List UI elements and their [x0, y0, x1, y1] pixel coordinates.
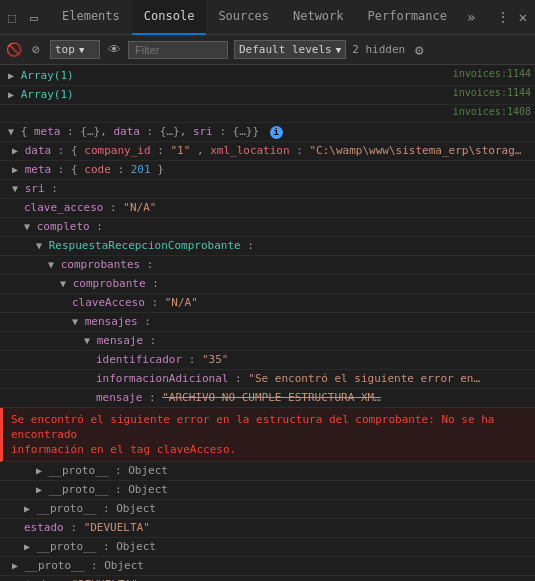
tab-sources[interactable]: Sources: [206, 0, 281, 35]
console-line[interactable]: clave_acceso : "N/A": [0, 199, 535, 218]
console-output: Array(1) invoices:1144 Array(1) invoices…: [0, 65, 535, 581]
tab-performance[interactable]: Performance: [356, 0, 459, 35]
filter-icon[interactable]: ⊘: [28, 42, 44, 58]
tab-bar-right: ⋮ ✕: [495, 9, 531, 25]
filter-input[interactable]: [128, 41, 228, 59]
console-line[interactable]: estado : "DEVUELTA": [0, 519, 535, 538]
console-line[interactable]: completo :: [0, 218, 535, 237]
console-line[interactable]: mensaje :: [0, 332, 535, 351]
console-line[interactable]: mensajes :: [0, 313, 535, 332]
expand-arrow[interactable]: [12, 143, 18, 159]
device-icon[interactable]: ▭: [26, 9, 42, 25]
expand-arrow[interactable]: [24, 539, 30, 555]
clear-console-icon[interactable]: 🚫: [6, 42, 22, 58]
console-line[interactable]: __proto__ : Object: [0, 538, 535, 557]
console-line[interactable]: invoices:1408: [0, 105, 535, 123]
expand-arrow[interactable]: [8, 87, 14, 103]
expand-arrow[interactable]: [36, 482, 42, 498]
expand-arrow[interactable]: [60, 276, 66, 292]
console-line[interactable]: __proto__ : Object: [0, 481, 535, 500]
inspect-icon[interactable]: ⬚: [4, 9, 20, 25]
tab-bar: ⬚ ▭ Elements Console Sources Network Per…: [0, 0, 535, 35]
info-icon: i: [270, 126, 283, 139]
expand-arrow[interactable]: [36, 463, 42, 479]
hidden-count-badge: 2 hidden: [352, 43, 405, 56]
console-line[interactable]: __proto__ : Object: [0, 500, 535, 519]
expand-arrow[interactable]: [12, 181, 18, 197]
console-line[interactable]: data : { company_id : "1" , xml_location…: [0, 142, 535, 161]
tab-network[interactable]: Network: [281, 0, 356, 35]
eye-icon[interactable]: 👁: [106, 42, 122, 58]
console-line[interactable]: comprobantes :: [0, 256, 535, 275]
console-line[interactable]: informacionAdicional : "Se encontró el s…: [0, 370, 535, 389]
context-dropdown-icon: ▼: [79, 45, 84, 55]
expand-arrow[interactable]: [48, 257, 54, 273]
error-text-line1: Se encontró el siguiente error en la est…: [11, 412, 527, 442]
log-levels-selector[interactable]: Default levels ▼: [234, 40, 346, 59]
expand-arrow[interactable]: [24, 501, 30, 517]
tab-elements[interactable]: Elements: [50, 0, 132, 35]
expand-arrow[interactable]: [12, 558, 18, 574]
tab-console[interactable]: Console: [132, 0, 207, 35]
devtools-icons: ⬚ ▭: [4, 9, 42, 25]
levels-dropdown-icon: ▼: [336, 45, 341, 55]
console-line[interactable]: estado : "DEVUELTA": [0, 576, 535, 581]
close-devtools-icon[interactable]: ✕: [515, 9, 531, 25]
error-message-block: Se encontró el siguiente error en la est…: [0, 408, 535, 462]
expand-arrow[interactable]: [24, 219, 30, 235]
expand-arrow[interactable]: [84, 333, 90, 349]
dots-menu-icon[interactable]: ⋮: [495, 9, 511, 25]
expand-arrow[interactable]: [12, 162, 18, 178]
console-line[interactable]: identificador : "35": [0, 351, 535, 370]
settings-icon[interactable]: ⚙: [411, 42, 427, 58]
console-line[interactable]: claveAcceso : "N/A": [0, 294, 535, 313]
console-line[interactable]: sri :: [0, 180, 535, 199]
console-line[interactable]: mensaje : "ARCHIVO NO CUMPLE ESTRUCTURA …: [0, 389, 535, 408]
error-text-line2: información en el tag claveAcceso.: [11, 442, 236, 457]
expand-arrow[interactable]: [8, 124, 14, 140]
console-line[interactable]: Array(1) invoices:1144: [0, 86, 535, 105]
expand-arrow[interactable]: [36, 238, 42, 254]
console-line[interactable]: __proto__ : Object: [0, 462, 535, 481]
more-tabs-button[interactable]: »: [461, 9, 481, 25]
console-line[interactable]: { meta : {…}, data : {…}, sri : {…}} i: [0, 123, 535, 142]
console-line[interactable]: comprobante :: [0, 275, 535, 294]
console-line[interactable]: meta : { code : 201 }: [0, 161, 535, 180]
console-line[interactable]: RespuestaRecepcionComprobante :: [0, 237, 535, 256]
console-line[interactable]: Array(1) invoices:1144: [0, 67, 535, 86]
context-selector[interactable]: top ▼: [50, 40, 100, 59]
expand-arrow[interactable]: [8, 68, 14, 84]
console-line[interactable]: __proto__ : Object: [0, 557, 535, 576]
console-toolbar: 🚫 ⊘ top ▼ 👁 Default levels ▼ 2 hidden ⚙: [0, 35, 535, 65]
expand-arrow[interactable]: [72, 314, 78, 330]
